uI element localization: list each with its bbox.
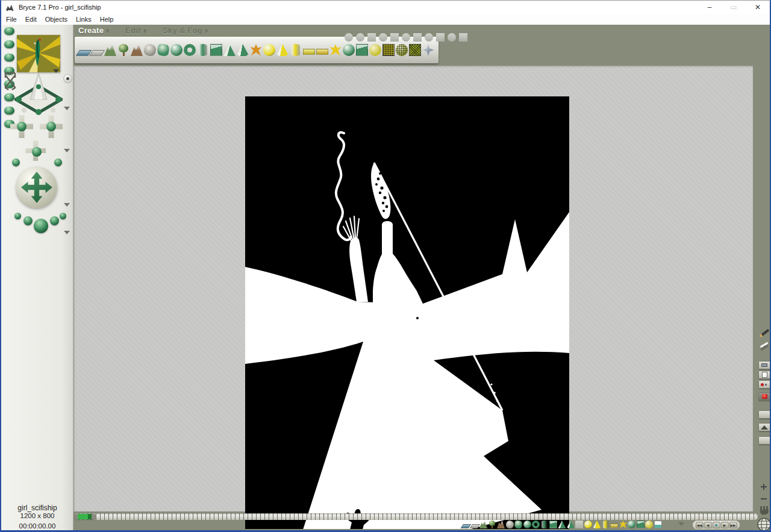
pyramid-icon[interactable] (558, 521, 566, 528)
light-back-2-icon[interactable] (356, 33, 364, 42)
cylinder-icon[interactable] (199, 44, 207, 56)
mesh-light-cube-icon[interactable] (382, 44, 395, 56)
previous-frame-button[interactable]: ◀ (704, 522, 712, 528)
cube-icon[interactable] (210, 44, 222, 56)
light-back-1-icon[interactable] (345, 33, 353, 42)
light-back-7-icon[interactable] (413, 33, 422, 42)
memory-dot-2[interactable] (4, 40, 14, 48)
views-flyout-icon[interactable] (64, 231, 70, 234)
minimize-button[interactable]: – (698, 1, 722, 14)
memory-dot-6[interactable] (4, 93, 14, 101)
spot-light-icon[interactable] (593, 521, 601, 528)
fill-sphere-icon[interactable] (628, 521, 635, 528)
menu-file[interactable]: File (6, 16, 17, 23)
scene-preview-thumbnail[interactable] (17, 35, 60, 72)
light-back-5-icon[interactable] (390, 33, 399, 42)
light-back-9-icon[interactable] (436, 33, 445, 42)
camera-trackball[interactable] (16, 167, 57, 208)
menu-objects[interactable]: Objects (45, 16, 67, 23)
pan-control-right[interactable] (40, 115, 63, 138)
metaball-icon[interactable] (513, 519, 523, 529)
menu-help[interactable]: Help (100, 16, 114, 23)
pyramid-icon[interactable] (223, 44, 236, 56)
radial-light-icon[interactable] (263, 44, 275, 56)
cube-icon[interactable] (549, 521, 557, 528)
light-back-6-icon[interactable] (402, 33, 410, 42)
radial-light-icon[interactable] (584, 521, 592, 528)
square-spot-light-icon[interactable] (610, 524, 618, 528)
stone-icon[interactable] (144, 44, 156, 56)
light-back-4-icon[interactable] (379, 33, 387, 42)
view-ball-4[interactable] (50, 216, 59, 225)
memory-dot-7[interactable] (4, 107, 14, 114)
terrain-icon[interactable] (104, 44, 116, 56)
stone-icon[interactable] (506, 521, 514, 528)
metaball-icon[interactable] (155, 42, 170, 57)
zoom-in-icon[interactable] (758, 481, 769, 492)
spot-light-icon[interactable] (276, 44, 289, 56)
dolly-control[interactable] (25, 140, 46, 161)
terrain-icon[interactable] (479, 521, 487, 528)
pencil-icon[interactable] (758, 329, 771, 337)
fill-cube-icon[interactable] (637, 521, 645, 528)
play-button[interactable]: ● (713, 522, 720, 528)
poser-figure-icon[interactable] (250, 44, 262, 56)
memory-dot-3[interactable] (4, 54, 14, 61)
light-back-11-icon[interactable] (459, 33, 467, 42)
menu-edit[interactable]: Edit (25, 16, 37, 23)
cone-icon[interactable] (237, 44, 249, 56)
memory-dot-1[interactable] (4, 27, 14, 35)
timeline-scrubber[interactable] (75, 514, 96, 519)
orbit-ball-right[interactable] (54, 158, 62, 166)
close-button[interactable]: ✕ (746, 1, 770, 14)
mountain-icon[interactable] (131, 44, 143, 56)
forward-button[interactable]: ▶▶ (729, 522, 737, 528)
view-ball-2[interactable] (23, 216, 33, 225)
light-back-10-icon[interactable] (448, 33, 456, 42)
picture-frame-icon[interactable] (758, 361, 771, 369)
render-button-icon[interactable] (758, 392, 771, 401)
tab-create[interactable]: Create (78, 26, 110, 35)
terrain-frame-icon[interactable] (758, 423, 771, 431)
option-a-icon[interactable] (758, 410, 771, 419)
nano-preview-wheel-icon[interactable] (758, 466, 770, 478)
sun-light-icon[interactable] (329, 44, 342, 56)
fill-sphere-icon[interactable] (343, 44, 355, 56)
zoom-out-icon[interactable] (758, 493, 769, 504)
boolean-star-icon[interactable] (422, 44, 434, 56)
pan-control-left[interactable] (10, 115, 33, 138)
option-b-icon[interactable] (758, 436, 771, 445)
view-ball-3[interactable] (34, 219, 48, 233)
render-preview[interactable] (245, 96, 569, 529)
tree-icon[interactable] (117, 44, 130, 56)
texture-panel-icon[interactable] (654, 521, 662, 528)
camera-trackball-platform[interactable] (14, 68, 63, 116)
square-spot-light-icon[interactable] (303, 49, 315, 55)
orbit-ball-left[interactable] (12, 158, 20, 166)
tab-sky-fog[interactable]: Sky & Fog (163, 26, 208, 35)
bottom-flyout-icon[interactable] (678, 522, 684, 526)
page-frame-icon[interactable] (758, 371, 771, 379)
view-ball-1[interactable] (14, 213, 21, 219)
dotted-light-sphere-icon[interactable] (645, 521, 653, 528)
sphere-icon[interactable] (170, 44, 183, 56)
cylinder-icon[interactable] (542, 521, 547, 528)
pan-flyout-icon[interactable] (64, 149, 70, 152)
cone-icon[interactable] (567, 521, 575, 528)
light-back-8-icon[interactable] (425, 33, 433, 42)
fill-cube-icon[interactable] (356, 44, 368, 56)
parallel-light-icon[interactable] (316, 49, 328, 55)
round-parallel-light-icon[interactable] (603, 521, 608, 528)
globe-icon[interactable] (757, 518, 771, 531)
round-parallel-light-icon[interactable] (292, 44, 300, 56)
lattice-light-sphere-icon[interactable] (396, 44, 408, 56)
menu-links[interactable]: Links (76, 16, 92, 23)
ground-plane-icon[interactable] (89, 50, 105, 56)
animation-timeline[interactable] (75, 513, 758, 520)
view-ball-5[interactable] (60, 213, 66, 219)
ground-plane-icon[interactable] (469, 524, 479, 528)
eraser-icon[interactable] (758, 342, 771, 351)
dotted-light-sphere-icon[interactable] (369, 44, 381, 56)
trackball-flyout-icon[interactable] (64, 203, 70, 207)
render-dot-icon[interactable] (758, 380, 771, 389)
